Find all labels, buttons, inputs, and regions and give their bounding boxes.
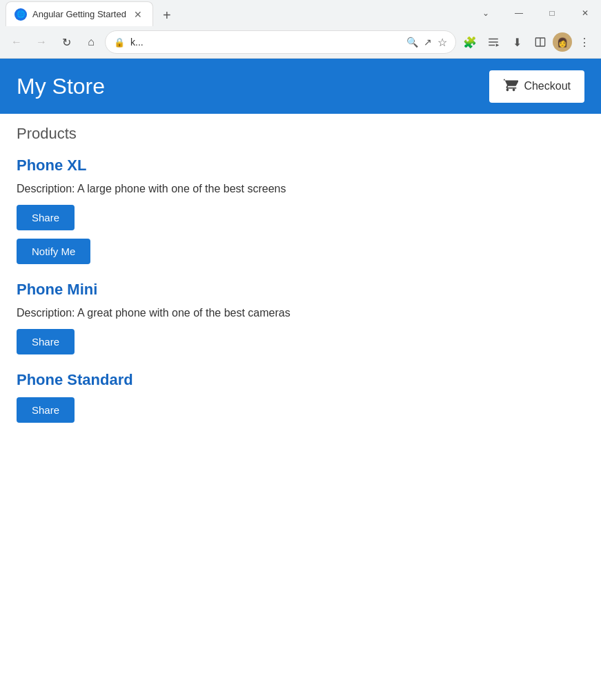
address-bar[interactable]: 🔒 k... 🔍 ↗ ☆	[105, 30, 456, 54]
products-content: Products Phone XL Description: A large p…	[0, 114, 601, 450]
product-description: Description: A great phone with one of t…	[17, 307, 584, 319]
active-tab[interactable]: 🌐 Angular Getting Started ✕	[6, 1, 153, 26]
product-name: Phone Mini	[17, 281, 584, 299]
product-item: Phone XL Description: A large phone with…	[17, 157, 584, 264]
new-tab-button[interactable]: +	[156, 4, 178, 26]
toolbar-icons: 🧩 ⬇ 👩 ⋮	[459, 31, 595, 53]
tab-close-button[interactable]: ✕	[132, 8, 144, 21]
product-actions: Share	[17, 397, 584, 423]
close-button[interactable]: ✕	[569, 2, 601, 24]
maximize-button[interactable]: □	[536, 2, 568, 24]
checkout-button[interactable]: Checkout	[489, 70, 584, 103]
chevron-button[interactable]: ⌄	[470, 2, 502, 24]
tab-title: Angular Getting Started	[32, 9, 126, 19]
profile-avatar[interactable]: 👩	[553, 32, 572, 52]
share-button[interactable]: Share	[17, 397, 75, 423]
minimize-button[interactable]: —	[503, 2, 535, 24]
svg-marker-3	[496, 43, 500, 47]
lock-icon: 🔒	[114, 37, 125, 48]
products-heading: Products	[17, 125, 584, 143]
address-text: k...	[130, 37, 401, 48]
address-bar-row: ← → ↻ ⌂ 🔒 k... 🔍 ↗ ☆ 🧩 ⬇	[0, 26, 601, 58]
product-name: Phone XL	[17, 157, 584, 174]
product-item: Phone Standard Share	[17, 371, 584, 423]
avatar-initial: 👩	[557, 37, 568, 48]
window-controls: ⌄ — □ ✕	[470, 2, 601, 24]
product-description: Description: A large phone with one of t…	[17, 183, 584, 195]
refresh-button[interactable]: ↻	[55, 31, 77, 53]
download-button[interactable]: ⬇	[506, 31, 528, 53]
split-view-button[interactable]	[529, 31, 551, 53]
home-button[interactable]: ⌂	[80, 31, 102, 53]
menu-button[interactable]: ⋮	[573, 31, 595, 53]
app-header: My Store Checkout	[0, 59, 601, 114]
extensions-button[interactable]: 🧩	[459, 31, 481, 53]
share-button[interactable]: Share	[17, 205, 75, 230]
product-actions: Share Notify Me	[17, 205, 584, 264]
share-icon: ↗	[424, 37, 432, 48]
back-button[interactable]: ←	[6, 31, 28, 53]
forward-button[interactable]: →	[30, 31, 52, 53]
product-name: Phone Standard	[17, 371, 584, 389]
product-item: Phone Mini Description: A great phone wi…	[17, 281, 584, 354]
bookmark-icon: ☆	[437, 36, 447, 49]
browser-chrome: 🌐 Angular Getting Started ✕ + ⌄ — □ ✕ ← …	[0, 0, 601, 59]
zoom-icon: 🔍	[406, 37, 418, 48]
share-button[interactable]: Share	[17, 329, 75, 354]
top-row: 🌐 Angular Getting Started ✕ + ⌄ — □ ✕	[0, 0, 601, 26]
checkout-label: Checkout	[524, 80, 571, 92]
app-title: My Store	[17, 74, 105, 99]
media-button[interactable]	[482, 31, 504, 53]
cart-icon	[503, 77, 518, 96]
product-actions: Share	[17, 329, 584, 354]
tabs-row: 🌐 Angular Getting Started ✕ +	[0, 1, 184, 26]
tab-favicon: 🌐	[14, 8, 27, 21]
notify-button[interactable]: Notify Me	[17, 239, 90, 264]
